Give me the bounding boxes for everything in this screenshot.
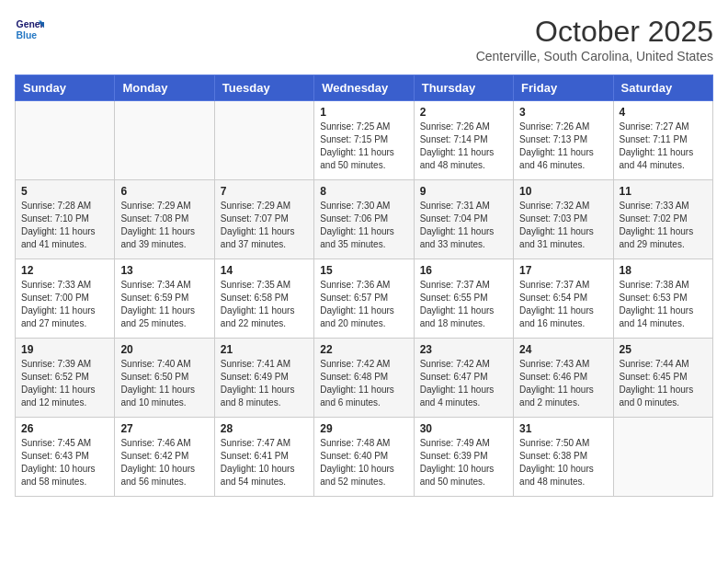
location-subtitle: Centerville, South Carolina, United Stat…: [476, 49, 713, 63]
day-info: Sunrise: 7:40 AM Sunset: 6:50 PM Dayligh…: [120, 358, 208, 409]
column-header-wednesday: Wednesday: [314, 75, 414, 101]
calendar-cell: 13Sunrise: 7:34 AM Sunset: 6:59 PM Dayli…: [115, 259, 214, 339]
calendar-cell: 20Sunrise: 7:40 AM Sunset: 6:50 PM Dayli…: [115, 339, 214, 418]
calendar-cell: 31Sunrise: 7:50 AM Sunset: 6:38 PM Dayli…: [514, 418, 613, 497]
calendar-cell: 4Sunrise: 7:27 AM Sunset: 7:11 PM Daylig…: [613, 101, 712, 180]
calendar-cell: 23Sunrise: 7:42 AM Sunset: 6:47 PM Dayli…: [414, 339, 513, 418]
day-number: 8: [320, 185, 407, 198]
calendar-cell: 21Sunrise: 7:41 AM Sunset: 6:49 PM Dayli…: [214, 339, 313, 418]
day-number: 15: [320, 264, 407, 277]
calendar-cell: 18Sunrise: 7:38 AM Sunset: 6:53 PM Dayli…: [613, 259, 712, 339]
calendar-cell: 17Sunrise: 7:37 AM Sunset: 6:54 PM Dayli…: [514, 259, 613, 339]
calendar-cell: [16, 101, 115, 180]
column-header-tuesday: Tuesday: [214, 75, 313, 101]
day-number: 29: [320, 422, 407, 435]
day-number: 26: [21, 422, 108, 435]
day-number: 9: [420, 185, 507, 198]
column-header-thursday: Thursday: [414, 75, 513, 101]
calendar-week-row: 19Sunrise: 7:39 AM Sunset: 6:52 PM Dayli…: [16, 339, 713, 418]
calendar-cell: 16Sunrise: 7:37 AM Sunset: 6:55 PM Dayli…: [414, 259, 513, 339]
calendar-cell: 24Sunrise: 7:43 AM Sunset: 6:46 PM Dayli…: [514, 339, 613, 418]
day-info: Sunrise: 7:28 AM Sunset: 7:10 PM Dayligh…: [21, 200, 108, 251]
calendar-cell: 2Sunrise: 7:26 AM Sunset: 7:14 PM Daylig…: [414, 101, 513, 180]
day-info: Sunrise: 7:33 AM Sunset: 7:02 PM Dayligh…: [620, 200, 707, 251]
day-number: 2: [420, 106, 507, 119]
svg-text:Blue: Blue: [17, 30, 38, 40]
day-info: Sunrise: 7:33 AM Sunset: 7:00 PM Dayligh…: [21, 279, 108, 330]
title-block: October 2025 Centerville, South Carolina…: [476, 15, 713, 63]
day-number: 17: [519, 264, 607, 277]
calendar-cell: 15Sunrise: 7:36 AM Sunset: 6:57 PM Dayli…: [314, 259, 414, 339]
day-info: Sunrise: 7:38 AM Sunset: 6:53 PM Dayligh…: [620, 279, 707, 330]
calendar-cell: 12Sunrise: 7:33 AM Sunset: 7:00 PM Dayli…: [16, 259, 115, 339]
day-number: 28: [221, 422, 308, 435]
day-info: Sunrise: 7:26 AM Sunset: 7:14 PM Dayligh…: [420, 121, 507, 172]
day-number: 18: [620, 264, 707, 277]
day-number: 10: [519, 185, 607, 198]
day-number: 1: [320, 106, 407, 119]
day-number: 16: [420, 264, 507, 277]
column-header-saturday: Saturday: [613, 75, 712, 101]
day-number: 12: [21, 264, 108, 277]
calendar-cell: 14Sunrise: 7:35 AM Sunset: 6:58 PM Dayli…: [214, 259, 313, 339]
logo: General Blue: [15, 15, 44, 44]
calendar-cell: 19Sunrise: 7:39 AM Sunset: 6:52 PM Dayli…: [16, 339, 115, 418]
logo-icon: General Blue: [15, 15, 44, 44]
day-number: 20: [120, 343, 208, 356]
day-number: 24: [519, 343, 607, 356]
calendar-week-row: 5Sunrise: 7:28 AM Sunset: 7:10 PM Daylig…: [16, 180, 713, 259]
calendar-cell: 22Sunrise: 7:42 AM Sunset: 6:48 PM Dayli…: [314, 339, 414, 418]
day-info: Sunrise: 7:44 AM Sunset: 6:45 PM Dayligh…: [620, 358, 707, 409]
calendar-cell: 10Sunrise: 7:32 AM Sunset: 7:03 PM Dayli…: [514, 180, 613, 259]
calendar-cell: [613, 418, 712, 497]
month-title: October 2025: [476, 15, 713, 49]
day-number: 22: [320, 343, 407, 356]
calendar-cell: 29Sunrise: 7:48 AM Sunset: 6:40 PM Dayli…: [314, 418, 414, 497]
calendar-cell: 7Sunrise: 7:29 AM Sunset: 7:07 PM Daylig…: [214, 180, 313, 259]
calendar-cell: 5Sunrise: 7:28 AM Sunset: 7:10 PM Daylig…: [16, 180, 115, 259]
day-info: Sunrise: 7:27 AM Sunset: 7:11 PM Dayligh…: [620, 121, 707, 172]
calendar-table: SundayMondayTuesdayWednesdayThursdayFrid…: [15, 75, 713, 497]
page-header: General Blue October 2025 Centerville, S…: [15, 15, 713, 63]
calendar-cell: 27Sunrise: 7:46 AM Sunset: 6:42 PM Dayli…: [115, 418, 214, 497]
calendar-cell: 11Sunrise: 7:33 AM Sunset: 7:02 PM Dayli…: [613, 180, 712, 259]
day-info: Sunrise: 7:39 AM Sunset: 6:52 PM Dayligh…: [21, 358, 108, 409]
day-info: Sunrise: 7:48 AM Sunset: 6:40 PM Dayligh…: [320, 437, 407, 488]
day-info: Sunrise: 7:35 AM Sunset: 6:58 PM Dayligh…: [221, 279, 308, 330]
day-number: 19: [21, 343, 108, 356]
calendar-cell: 9Sunrise: 7:31 AM Sunset: 7:04 PM Daylig…: [414, 180, 513, 259]
day-number: 3: [519, 106, 607, 119]
calendar-cell: 25Sunrise: 7:44 AM Sunset: 6:45 PM Dayli…: [613, 339, 712, 418]
day-number: 14: [221, 264, 308, 277]
day-info: Sunrise: 7:32 AM Sunset: 7:03 PM Dayligh…: [519, 200, 607, 251]
day-info: Sunrise: 7:25 AM Sunset: 7:15 PM Dayligh…: [320, 121, 407, 172]
day-info: Sunrise: 7:26 AM Sunset: 7:13 PM Dayligh…: [519, 121, 607, 172]
calendar-cell: [115, 101, 214, 180]
calendar-cell: 8Sunrise: 7:30 AM Sunset: 7:06 PM Daylig…: [314, 180, 414, 259]
day-info: Sunrise: 7:50 AM Sunset: 6:38 PM Dayligh…: [519, 437, 607, 488]
day-number: 11: [620, 185, 707, 198]
day-info: Sunrise: 7:47 AM Sunset: 6:41 PM Dayligh…: [221, 437, 308, 488]
day-number: 25: [620, 343, 707, 356]
day-number: 23: [420, 343, 507, 356]
calendar-week-row: 1Sunrise: 7:25 AM Sunset: 7:15 PM Daylig…: [16, 101, 713, 180]
day-info: Sunrise: 7:30 AM Sunset: 7:06 PM Dayligh…: [320, 200, 407, 251]
day-info: Sunrise: 7:36 AM Sunset: 6:57 PM Dayligh…: [320, 279, 407, 330]
day-number: 13: [120, 264, 208, 277]
day-info: Sunrise: 7:41 AM Sunset: 6:49 PM Dayligh…: [221, 358, 308, 409]
day-info: Sunrise: 7:31 AM Sunset: 7:04 PM Dayligh…: [420, 200, 507, 251]
day-number: 30: [420, 422, 507, 435]
day-info: Sunrise: 7:34 AM Sunset: 6:59 PM Dayligh…: [120, 279, 208, 330]
day-info: Sunrise: 7:37 AM Sunset: 6:54 PM Dayligh…: [519, 279, 607, 330]
calendar-cell: 6Sunrise: 7:29 AM Sunset: 7:08 PM Daylig…: [115, 180, 214, 259]
day-info: Sunrise: 7:49 AM Sunset: 6:39 PM Dayligh…: [420, 437, 507, 488]
day-number: 7: [221, 185, 308, 198]
day-info: Sunrise: 7:45 AM Sunset: 6:43 PM Dayligh…: [21, 437, 108, 488]
calendar-cell: 30Sunrise: 7:49 AM Sunset: 6:39 PM Dayli…: [414, 418, 513, 497]
calendar-week-row: 12Sunrise: 7:33 AM Sunset: 7:00 PM Dayli…: [16, 259, 713, 339]
calendar-header-row: SundayMondayTuesdayWednesdayThursdayFrid…: [16, 75, 713, 101]
calendar-cell: 26Sunrise: 7:45 AM Sunset: 6:43 PM Dayli…: [16, 418, 115, 497]
calendar-cell: 3Sunrise: 7:26 AM Sunset: 7:13 PM Daylig…: [514, 101, 613, 180]
day-number: 4: [620, 106, 707, 119]
calendar-week-row: 26Sunrise: 7:45 AM Sunset: 6:43 PM Dayli…: [16, 418, 713, 497]
